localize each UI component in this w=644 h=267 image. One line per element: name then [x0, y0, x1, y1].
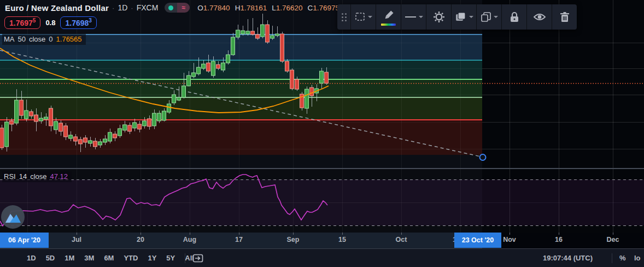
candle-body [108, 132, 112, 141]
exchange-label[interactable]: FXCM [137, 3, 159, 12]
candle-body [54, 121, 58, 130]
axis-tick [77, 233, 77, 235]
layers-order-button[interactable] [451, 4, 476, 30]
rsi-length: 14 [19, 172, 27, 181]
ma-indicator-legend[interactable]: MA 50 close 0 1.76565 [2, 34, 86, 45]
lock-button[interactable] [501, 4, 526, 30]
candle-body [290, 70, 294, 89]
axis-tick [190, 233, 190, 235]
platform-logo[interactable] [1, 205, 25, 229]
candle-body [167, 104, 171, 112]
candle-body [15, 100, 19, 123]
settings-button[interactable] [426, 4, 451, 30]
price-chart-canvas[interactable] [0, 0, 644, 233]
candle-body [148, 119, 151, 126]
log-scale-button[interactable]: lo [634, 249, 641, 267]
line-icon [405, 15, 417, 19]
lock-icon [510, 11, 519, 22]
candle-body [251, 31, 255, 34]
rsi-indicator-legend[interactable]: RSI 14 close 47.12 [2, 171, 72, 182]
candle-body [226, 55, 230, 63]
candle-body [266, 25, 270, 42]
candle-body [192, 73, 196, 77]
chevron-down-icon [469, 16, 473, 18]
candle-body [133, 123, 137, 128]
ma-value: 1.76565 [56, 35, 82, 43]
range-button-ytd[interactable]: YTD [119, 254, 143, 262]
range-button-5d[interactable]: 5D [41, 254, 60, 262]
ma-name: MA [4, 35, 15, 43]
buy-button[interactable]: 1.76983 [60, 16, 96, 29]
candle-body [49, 108, 53, 126]
axis-tick [293, 233, 294, 235]
color-button[interactable] [376, 4, 401, 30]
candle-body [285, 61, 289, 71]
drawing-end-date-badge: 23 Oct '20 [454, 233, 501, 248]
separator-dot: · [131, 4, 133, 12]
time-axis-label: 20 [137, 236, 144, 243]
time-axis-label: Jul [72, 236, 81, 243]
divider [612, 253, 612, 263]
price-zone [0, 97, 482, 120]
ma-offset: 0 [49, 35, 52, 43]
ohlc-pair: O1.77840 [197, 4, 230, 12]
range-button-6m[interactable]: 6M [99, 254, 119, 262]
candle-body [276, 34, 279, 36]
line-style-button[interactable] [401, 4, 426, 30]
symbol-title[interactable]: Euro / New Zealand Dollar [5, 3, 109, 13]
chevron-down-icon [368, 16, 372, 18]
rsi-source: close [30, 172, 46, 181]
drag-handle[interactable] [337, 4, 350, 30]
candle-body [20, 100, 24, 115]
market-status-pill[interactable]: ≈ [165, 3, 190, 13]
candle-body [113, 134, 117, 138]
axis-tick [342, 233, 343, 235]
range-button-3m[interactable]: 3M [79, 254, 99, 262]
candle-body [177, 97, 181, 100]
rsi-name: RSI [4, 172, 16, 181]
candle-body [256, 34, 260, 38]
selection-style-button[interactable] [350, 4, 376, 30]
timeframe-label[interactable]: 1D [118, 3, 127, 12]
date-range-switcher: 1D5D1M3M6MYTD1Y5YAll [22, 249, 199, 267]
axis-tick [140, 233, 141, 235]
delete-button[interactable] [552, 4, 577, 30]
candle-body [30, 112, 33, 116]
candle-body [246, 31, 250, 34]
candle-body [261, 25, 265, 37]
ohlc-pair: H1.78161 [235, 4, 267, 12]
bottom-toolbar: 1D5D1M3M6MYTD1Y5YAll 19:07:44 (UTC) % lo [0, 248, 644, 267]
clone-button[interactable] [476, 4, 501, 30]
session-clock[interactable]: 19:07:44 (UTC) [543, 249, 593, 267]
go-to-date-button[interactable] [191, 252, 204, 264]
sell-button[interactable]: 1.76975 [4, 16, 40, 29]
candle-body [305, 89, 309, 108]
ohlc-pair: L1.76620 [272, 4, 302, 12]
time-axis-label: 16 [555, 236, 563, 243]
time-axis[interactable]: Jul20Aug17Sep15Oct19Nov16Dec 06 Apr '20 … [0, 233, 644, 248]
time-axis-label: Oct [396, 236, 407, 243]
candle-body [172, 95, 176, 103]
candle-body [221, 63, 225, 70]
rsi-value: 47.12 [50, 172, 68, 181]
candle-body [187, 76, 191, 86]
range-button-1y[interactable]: 1Y [143, 254, 161, 262]
axis-tick [510, 233, 510, 235]
candle-body [128, 125, 132, 131]
time-axis-label: Nov [503, 236, 516, 243]
candle-body [44, 117, 48, 119]
visibility-button[interactable] [526, 4, 552, 30]
candle-body [182, 86, 186, 97]
candle-body [236, 30, 240, 37]
range-button-5y[interactable]: 5Y [161, 254, 180, 262]
ma-source: close [29, 35, 45, 43]
range-button-1m[interactable]: 1M [60, 254, 79, 262]
quote-row: 1.76975 0.8 1.76983 [4, 16, 97, 29]
percent-scale-button[interactable]: % [619, 249, 626, 267]
drawing-start-date-badge: 06 Apr '20 [0, 233, 49, 248]
trendline-endpoint-handle [480, 154, 486, 160]
candle-body [39, 118, 43, 121]
range-button-1d[interactable]: 1D [22, 254, 41, 262]
mountain-logo-icon [4, 209, 22, 225]
candle-body [59, 123, 63, 131]
